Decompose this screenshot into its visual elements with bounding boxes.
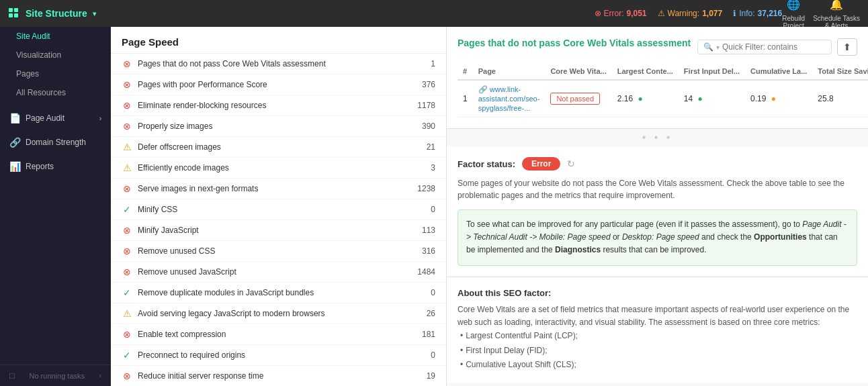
error-icon: ⊗ xyxy=(123,371,131,381)
error-icon: ⊗ xyxy=(595,9,601,18)
cell-num: 1 xyxy=(458,80,473,117)
col-page: Page xyxy=(473,63,546,80)
sidebar-item-reports[interactable]: 📊 Reports xyxy=(0,154,111,179)
svg-rect-0 xyxy=(9,8,13,12)
bell-icon: 🔔 xyxy=(830,0,843,11)
list-item-size-img[interactable]: ⊗ Properly size images 390 xyxy=(111,116,446,137)
factor-status-row: Factor status: Error ↻ xyxy=(458,157,857,171)
svg-rect-3 xyxy=(14,13,18,17)
item-label-nextgen: Serve images in next-gen formats xyxy=(138,184,417,193)
table-section: Pages that do not pass Core Web Vitals a… xyxy=(447,27,868,129)
item-label-minify-css: Minify CSS xyxy=(138,205,431,214)
metric-item: Cumulative Layout Shift (CLS); xyxy=(460,358,857,373)
sidebar-item-label: Page Audit xyxy=(26,113,64,123)
sidebar-item-site-audit[interactable]: Site Audit xyxy=(0,27,111,46)
item-count-unused-js: 1484 xyxy=(417,267,435,277)
list-item-unused-js[interactable]: ⊗ Remove unused JavaScript 1484 xyxy=(111,262,446,283)
sidebar-item-page-audit[interactable]: 📄 Page Audit › xyxy=(0,106,111,130)
info-stat: ℹ Info: 37,216 xyxy=(733,9,782,18)
table-title: Pages that do not pass Core Web Vitals a… xyxy=(458,38,691,48)
info-box: To see what can be improved for any part… xyxy=(458,209,857,266)
item-label-perf: Pages with poor Performance Score xyxy=(138,80,422,89)
page-link[interactable]: 🔗 www.link-assistant.com/seo-spyglass/fr… xyxy=(478,85,540,112)
sidebar-item-all-resources[interactable]: All Resources xyxy=(0,83,111,102)
list-item-render[interactable]: ⊗ Eliminate render-blocking resources 11… xyxy=(111,95,446,116)
item-label-cwv: Pages that do not pass Core Web Vitals a… xyxy=(138,59,431,68)
item-label-defer: Defer offscreen images xyxy=(138,142,427,152)
right-panel: Pages that do not pass Core Web Vitals a… xyxy=(447,27,868,386)
search-icon: 🔍 xyxy=(703,42,713,52)
list-item-dup-modules[interactable]: ✓ Remove duplicate modules in JavaScript… xyxy=(111,283,446,303)
export-button[interactable]: ⬆ xyxy=(837,38,857,56)
item-label-dup-modules: Remove duplicate modules in JavaScript b… xyxy=(138,288,431,297)
filter-input[interactable] xyxy=(722,42,810,52)
list-item-nextgen[interactable]: ⊗ Serve images in next-gen formats 1238 xyxy=(111,179,446,199)
cell-fid: 14 ● xyxy=(679,80,745,117)
list-item-minify-css[interactable]: ✓ Minify CSS 0 xyxy=(111,199,446,220)
item-label-encode: Efficiently encode images xyxy=(138,163,431,173)
col-num: # xyxy=(458,63,473,80)
item-icon-cwv: ⊗ xyxy=(122,58,132,69)
item-label-preconnect: Preconnect to required origins xyxy=(138,350,431,360)
error-icon: ⊗ xyxy=(123,100,131,111)
list-item-defer[interactable]: ⚠ Defer offscreen images 21 xyxy=(111,137,446,158)
about-section: About this SEO factor: Core Web Vitals a… xyxy=(447,277,868,383)
item-label-compress: Enable text compression xyxy=(138,330,422,339)
ok-icon: ✓ xyxy=(123,287,131,298)
results-table: # Page Core Web Vita... Largest Conte...… xyxy=(458,63,868,117)
item-icon-perf: ⊗ xyxy=(122,79,132,90)
list-item-minify-js[interactable]: ⊗ Minify JavaScript 113 xyxy=(111,220,446,241)
item-icon-size-img: ⊗ xyxy=(122,121,132,132)
error-stat: ⊗ Error: 9,051 xyxy=(595,9,647,18)
item-icon-unused-css: ⊗ xyxy=(122,246,132,256)
error-icon: ⊗ xyxy=(123,183,131,194)
grid-icon xyxy=(8,7,20,19)
sidebar-item-label: Reports xyxy=(26,162,54,171)
item-icon-minify-js: ⊗ xyxy=(122,225,132,236)
error-icon: ⊗ xyxy=(123,225,131,236)
list-item-preconnect[interactable]: ✓ Preconnect to required origins 0 xyxy=(111,345,446,366)
divider: • • • xyxy=(447,129,868,146)
item-icon-encode: ⚠ xyxy=(122,162,132,173)
topbar-stats: ⊗ Error: 9,051 ⚠ Warning: 1,077 ℹ Info: … xyxy=(595,9,783,18)
sidebar-item-visualization[interactable]: Visualization xyxy=(0,46,111,64)
metric-item: First Input Delay (FID); xyxy=(460,344,857,358)
filter-input-wrapper[interactable]: 🔍 ▾ xyxy=(697,40,832,54)
info-icon: ℹ xyxy=(733,9,736,18)
list-item-perf[interactable]: ⊗ Pages with poor Performance Score 376 xyxy=(111,75,446,95)
item-label-legacy-js: Avoid serving legacy JavaScript to moder… xyxy=(138,309,427,318)
refresh-icon[interactable]: ↻ xyxy=(567,158,575,169)
error-badge: Error xyxy=(522,157,560,171)
rebuild-button[interactable]: 🌐 RebuildProject xyxy=(782,0,805,30)
item-icon-defer: ⚠ xyxy=(122,142,132,152)
list-item-compress[interactable]: ⊗ Enable text compression 181 xyxy=(111,324,446,345)
item-count-server-resp: 19 xyxy=(427,371,435,381)
sidebar-item-domain-strength[interactable]: 🔗 Domain Strength xyxy=(0,130,111,154)
item-count-perf: 376 xyxy=(422,80,435,89)
topbar: Site Structure ▾ ⊗ Error: 9,051 ⚠ Warnin… xyxy=(0,0,868,27)
main-layout: Site Audit Visualization Pages All Resou… xyxy=(0,27,868,386)
cell-cls: 0.19 ● xyxy=(745,80,812,117)
item-icon-render: ⊗ xyxy=(122,100,132,111)
list-item-encode[interactable]: ⚠ Efficiently encode images 3 xyxy=(111,158,446,179)
globe-icon: 🌐 xyxy=(787,0,800,11)
item-icon-nextgen: ⊗ xyxy=(122,183,132,194)
list-item-cwv[interactable]: ⊗ Pages that do not pass Core Web Vitals… xyxy=(111,54,446,75)
schedule-button[interactable]: 🔔 Schedule Tasks& Alerts xyxy=(813,0,860,30)
error-icon: ⊗ xyxy=(123,246,131,256)
warning-stat: ⚠ Warning: 1,077 xyxy=(658,9,723,18)
tasks-icon: □ xyxy=(9,371,15,381)
col-cls: Cumulative La... xyxy=(745,63,812,80)
about-metrics-list: Largest Contentful Paint (LCP);First Inp… xyxy=(458,329,857,373)
item-count-minify-css: 0 xyxy=(431,205,435,214)
list-item-server-resp[interactable]: ⊗ Reduce initial server response time 19 xyxy=(111,366,446,386)
error-icon: ⊗ xyxy=(123,58,131,69)
list-item-unused-css[interactable]: ⊗ Remove unused CSS 316 xyxy=(111,241,446,262)
list-item-legacy-js[interactable]: ⚠ Avoid serving legacy JavaScript to mod… xyxy=(111,303,446,324)
sidebar-item-pages[interactable]: Pages xyxy=(0,64,111,83)
topbar-actions: 🌐 RebuildProject 🔔 Schedule Tasks& Alert… xyxy=(782,0,860,30)
brand: Site Structure ▾ xyxy=(8,7,595,19)
item-label-size-img: Properly size images xyxy=(138,122,422,131)
col-lcp: Largest Conte... xyxy=(612,63,679,80)
item-label-minify-js: Minify JavaScript xyxy=(138,226,422,235)
